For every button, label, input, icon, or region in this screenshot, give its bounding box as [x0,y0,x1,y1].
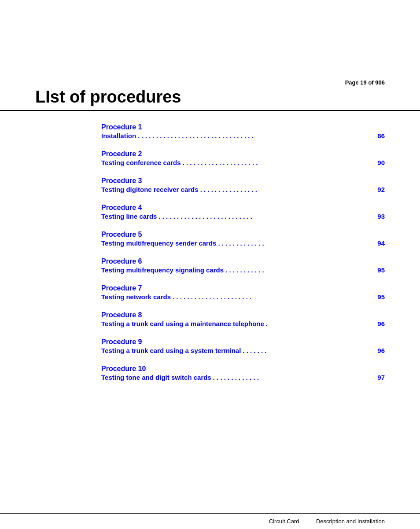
procedure-name-9: Testing a trunk card using a system term… [101,347,241,354]
page-number: Page 19 of 906 [0,0,420,88]
page-ref-10: 97 [377,374,385,381]
page-ref-6: 95 [377,266,385,274]
procedure-item-2[interactable]: Procedure 2Testing conference cards . . … [101,150,385,166]
page-ref-8: 96 [377,320,385,327]
page-ref-1: 86 [377,132,385,140]
procedure-number-3: Procedure 3 [101,177,385,185]
procedure-name-2: Testing conference cards [101,159,181,166]
procedure-name-7: Testing network cards [101,293,171,301]
procedure-name-10: Testing tone and digit switch cards [101,374,211,381]
procedure-item-3[interactable]: Procedure 3Testing digitone receiver car… [101,177,385,193]
dot-leaders-1: . . . . . . . . . . . . . . . . . . . . … [136,132,377,140]
procedure-item-5[interactable]: Procedure 5Testing multifrequency sender… [101,231,385,247]
dot-leaders-10: . . . . . . . . . . . . . [211,374,378,381]
page-ref-3: 92 [377,186,385,193]
procedure-item-4[interactable]: Procedure 4Testing line cards . . . . . … [101,204,385,220]
footer-left: Circuit Card [269,518,299,525]
dot-leaders-5: . . . . . . . . . . . . . [216,239,377,247]
dot-leaders-6: . . . . . . . . . . . [224,266,377,274]
procedure-number-5: Procedure 5 [101,231,385,239]
procedure-name-8: Testing a trunk card using a maintenance… [101,320,264,327]
page-ref-2: 90 [377,159,385,166]
page-ref-4: 93 [377,213,385,220]
procedure-number-2: Procedure 2 [101,150,385,158]
procedure-item-6[interactable]: Procedure 6Testing multifrequency signal… [101,257,385,274]
procedures-list: Procedure 1Installation . . . . . . . . … [0,111,420,381]
procedure-item-9[interactable]: Procedure 9Testing a trunk card using a … [101,338,385,354]
procedure-entry-6: Testing multifrequency signaling cards .… [101,266,385,274]
footer-separator [304,518,310,525]
page-title: LIst of procedures [0,88,420,111]
procedure-number-8: Procedure 8 [101,311,385,319]
procedure-name-1: Installation [101,132,136,140]
procedure-entry-10: Testing tone and digit switch cards . . … [101,374,385,381]
procedure-entry-5: Testing multifrequency sender cards . . … [101,239,385,247]
page-ref-9: 96 [377,347,385,354]
procedure-item-8[interactable]: Procedure 8Testing a trunk card using a … [101,311,385,327]
procedure-entry-2: Testing conference cards . . . . . . . .… [101,159,385,166]
procedure-item-1[interactable]: Procedure 1Installation . . . . . . . . … [101,123,385,140]
procedure-number-1: Procedure 1 [101,123,385,131]
dot-leaders-3: . . . . . . . . . . . . . . . . [199,186,378,193]
procedure-item-10[interactable]: Procedure 10Testing tone and digit switc… [101,365,385,381]
procedure-entry-8: Testing a trunk card using a maintenance… [101,320,385,327]
procedure-name-3: Testing digitone receiver cards [101,186,199,193]
procedure-number-4: Procedure 4 [101,204,385,212]
procedure-entry-1: Installation . . . . . . . . . . . . . .… [101,132,385,140]
procedure-item-7[interactable]: Procedure 7Testing network cards . . . .… [101,284,385,301]
procedure-entry-3: Testing digitone receiver cards . . . . … [101,186,385,193]
dot-leaders-4: . . . . . . . . . . . . . . . . . . . . … [157,213,377,220]
dot-leaders-7: . . . . . . . . . . . . . . . . . . . . … [171,293,377,301]
footer: Circuit Card Description and Installatio… [0,513,420,529]
procedure-entry-7: Testing network cards . . . . . . . . . … [101,293,385,301]
procedure-entry-9: Testing a trunk card using a system term… [101,347,385,354]
procedure-number-6: Procedure 6 [101,257,385,265]
procedure-number-10: Procedure 10 [101,365,385,373]
page-container: Page 19 of 906 LIst of procedures Proced… [0,0,420,529]
procedure-name-5: Testing multifrequency sender cards [101,239,216,247]
page-ref-5: 94 [377,239,385,247]
procedure-entry-4: Testing line cards . . . . . . . . . . .… [101,213,385,220]
dot-leaders-9: . . . . . . . [241,347,377,354]
footer-right: Description and Installation [316,518,385,525]
procedure-name-4: Testing line cards [101,213,157,220]
dot-leaders-2: . . . . . . . . . . . . . . . . . . . . … [181,159,378,166]
procedure-number-9: Procedure 9 [101,338,385,346]
procedure-name-6: Testing multifrequency signaling cards [101,266,224,274]
dot-leaders-8: . [264,320,378,327]
page-ref-7: 95 [377,293,385,301]
procedure-number-7: Procedure 7 [101,284,385,292]
